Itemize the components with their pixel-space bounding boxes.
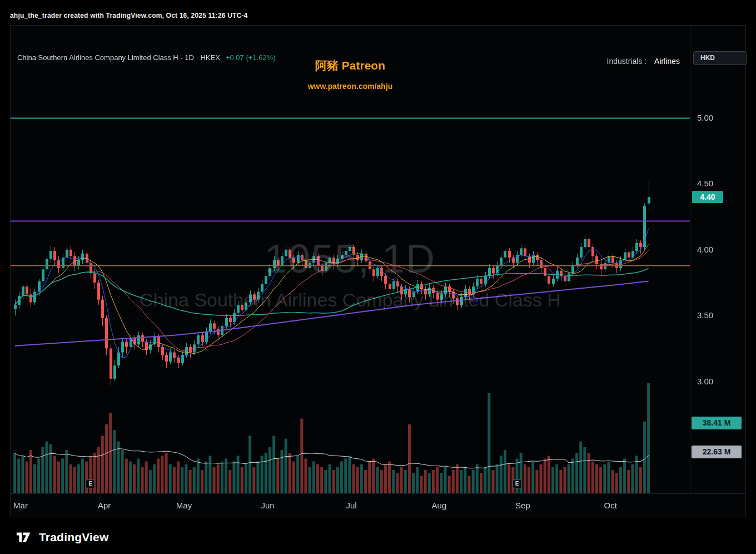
time-axis[interactable]: MarAprMayJunJulAugSepOct: [11, 493, 745, 517]
time-axis-month-label: Jul: [346, 501, 357, 510]
chart-canvas[interactable]: [11, 26, 690, 493]
last-price-badge: 4.40: [692, 191, 723, 203]
sector-industry: Industrials :Airlines: [607, 57, 680, 66]
tradingview-logo-text[interactable]: TradingView: [39, 531, 109, 544]
time-axis-month-label: Apr: [98, 501, 111, 510]
earnings-marker[interactable]: E: [86, 479, 95, 488]
industry-label[interactable]: Airlines: [654, 57, 680, 66]
price-axis[interactable]: 4.40 38.41 M 22.63 M 5.004.504.003.503.0…: [690, 26, 746, 493]
time-axis-month-label: Sep: [515, 501, 530, 510]
volume-badge: 38.41 M: [692, 417, 742, 429]
patreon-title: 阿豬 Patreon: [11, 58, 690, 73]
time-axis-month-label: Oct: [604, 501, 616, 510]
time-axis-month-label: Jun: [261, 501, 274, 510]
patreon-annotation: 阿豬 Patreon www.patreon.com/ahju: [11, 58, 690, 91]
time-axis-month-label: Aug: [431, 501, 446, 510]
currency-label: HKD: [700, 54, 715, 62]
currency-button[interactable]: HKD: [693, 51, 747, 65]
avg-volume-badge: 22.63 M: [692, 446, 742, 458]
chart-frame: 1055, 1D China Southern Airlines Company…: [10, 25, 746, 517]
patreon-url: www.patreon.com/ahju: [11, 82, 690, 91]
price-tick-label: 5.00: [697, 113, 713, 122]
time-axis-month-label: Mar: [13, 501, 28, 510]
price-tick-label: 4.00: [697, 245, 713, 254]
earnings-marker[interactable]: E: [513, 479, 522, 488]
tradingview-logo-icon[interactable]: [16, 531, 33, 544]
export-info-bar: ahju_the_trader created with TradingView…: [0, 0, 756, 22]
price-tick-label: 3.50: [697, 310, 713, 320]
price-tick-label: 3.00: [697, 377, 713, 386]
price-tick-label: 4.50: [697, 179, 713, 188]
sector-label[interactable]: Industrials :: [607, 57, 647, 66]
footer: TradingView: [16, 527, 109, 547]
export-info-text: ahju_the_trader created with TradingView…: [10, 12, 248, 19]
time-axis-month-label: May: [176, 501, 192, 510]
